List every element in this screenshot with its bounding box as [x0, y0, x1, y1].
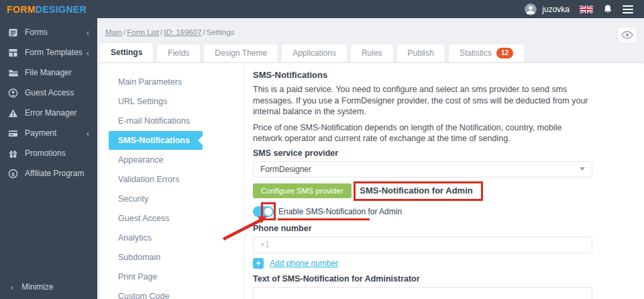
settings-nav-item-main-parameters[interactable]: Main Parameters	[109, 73, 203, 91]
sidebar-item-affiliate-program[interactable]: $Affiliate Program	[0, 163, 97, 183]
provider-selected-value: FormDesigner	[260, 165, 311, 174]
sidebar-menu: Forms‹Form Templates‹File ManagerGuest A…	[0, 18, 97, 275]
tab-design-theme[interactable]: Design Theme	[203, 44, 278, 62]
sidebar-item-label: File Manager	[25, 68, 72, 77]
intro-paragraph: This is a paid service. You need to conf…	[253, 84, 592, 118]
formdesigner-logo[interactable]: FORMDESIGNER	[0, 4, 97, 15]
forms-icon	[8, 28, 18, 38]
sidebar-item-label: Payment	[25, 128, 56, 138]
settings-nav-item-sms-notifications[interactable]: SMS-Notifications	[109, 131, 203, 150]
tab-rules[interactable]: Rules	[350, 44, 394, 62]
tab-statistics[interactable]: Statistics12	[448, 44, 525, 62]
chevron-left-icon: ‹	[87, 48, 89, 57]
settings-nav-item-subdomain[interactable]: Subdomain	[109, 248, 203, 267]
sidebar-item-label: Error Manager	[25, 108, 76, 118]
tab-label: Design Theme	[215, 48, 267, 58]
sidebar-item-label: Guest Access	[25, 88, 74, 97]
minimize-label: Minimize	[21, 282, 53, 292]
formdesigner-app: FORMDESIGNER juzovka Forms‹Form Template…	[0, 0, 644, 299]
configure-sms-provider-button[interactable]: Configure SMS provider	[253, 183, 352, 198]
settings-nav-item-security[interactable]: Security	[109, 189, 203, 208]
breadcrumb-item-id-169607[interactable]: ID: 169607	[164, 28, 201, 36]
chevron-left-icon: ‹	[87, 129, 89, 138]
breadcrumb-item-main[interactable]: Main	[105, 28, 122, 36]
add-phone-number-link[interactable]: Add phone number	[270, 259, 338, 268]
tab-badge: 12	[496, 48, 513, 58]
toggle-knob	[263, 206, 274, 217]
settings-content: SMS-Notifications This is a paid service…	[245, 63, 644, 299]
sidebar: Forms‹Form Templates‹File ManagerGuest A…	[0, 18, 97, 299]
sms-provider-select[interactable]: FormDesigner	[253, 161, 592, 177]
settings-nav-item-e-mail-notifications[interactable]: E-mail Notifications	[109, 112, 203, 130]
preview-button[interactable]	[617, 26, 637, 44]
uk-flag-icon[interactable]	[580, 5, 593, 13]
settings-nav-item-analytics[interactable]: Analytics	[109, 228, 203, 247]
tab-applications[interactable]: Applications	[281, 44, 347, 62]
chevron-left-icon: ‹	[87, 28, 89, 37]
breadcrumb-item-settings: Settings	[207, 28, 235, 36]
sidebar-item-label: Affiliate Program	[25, 169, 84, 178]
settings-nav: Main ParametersURL SettingsE-mail Notifi…	[99, 63, 245, 299]
error-manager-icon	[8, 108, 18, 118]
tab-settings[interactable]: Settings	[99, 42, 154, 62]
svg-text:$: $	[11, 171, 15, 177]
label-annotation-underline	[278, 218, 370, 220]
hamburger-icon[interactable]	[623, 5, 633, 13]
affiliate-icon: $	[8, 169, 18, 179]
settings-nav-item-validation-errors[interactable]: Validation Errors	[109, 170, 203, 189]
logo-part-2: DESIGNER	[36, 4, 87, 15]
tab-fields[interactable]: Fields	[156, 44, 201, 62]
section-title: SMS-Notifications	[253, 70, 592, 80]
provider-label: SMS service provider	[253, 149, 592, 158]
sidebar-item-payment[interactable]: Payment‹	[0, 123, 97, 143]
sidebar-item-promotions[interactable]: Promotions	[0, 143, 97, 163]
sidebar-item-label: Forms	[25, 28, 48, 37]
tab-label: Rules	[362, 48, 382, 58]
enable-admin-sms-row: Enable SMS-Notification for Admin	[253, 206, 592, 222]
tab-publish[interactable]: Publish	[396, 44, 445, 62]
sidebar-item-error-manager[interactable]: Error Manager	[0, 103, 97, 123]
sidebar-item-forms[interactable]: Forms‹	[0, 22, 97, 42]
chevron-down-icon	[580, 167, 585, 171]
breadcrumb-separator: /	[123, 28, 125, 36]
breadcrumb-item-form-list[interactable]: Form List	[127, 28, 159, 36]
plus-icon[interactable]: +	[253, 258, 264, 269]
top-bar-right: juzovka	[525, 3, 644, 15]
breadcrumb-separator: /	[160, 28, 162, 36]
username[interactable]: juzovka	[542, 5, 570, 14]
sidebar-item-label: Form Templates	[25, 48, 83, 57]
sidebar-item-label: Promotions	[25, 148, 66, 158]
sidebar-item-file-manager[interactable]: File Manager	[0, 62, 97, 83]
form-templates-icon	[8, 48, 18, 58]
tab-bar: SettingsFieldsDesign ThemeApplicationsRu…	[99, 42, 644, 62]
settings-nav-item-url-settings[interactable]: URL Settings	[109, 92, 203, 111]
bell-icon[interactable]	[603, 4, 612, 14]
tab-label: Statistics	[460, 48, 492, 58]
breadcrumb: Main/Form List/ID: 169607/Settings	[97, 18, 644, 36]
main-area: Main/Form List/ID: 169607/Settings Setti…	[97, 18, 644, 299]
chevron-left-icon: ‹	[11, 282, 13, 292]
eye-icon	[621, 31, 633, 39]
settings-nav-item-print-page[interactable]: Print Page	[109, 267, 203, 286]
enable-admin-sms-label: Enable SMS-Notification for Admin	[278, 206, 402, 216]
settings-nav-item-guest-access[interactable]: Guest Access	[109, 209, 203, 228]
file-manager-icon	[8, 68, 18, 78]
price-paragraph: Price of one SMS-Notification depends on…	[253, 122, 592, 144]
phone-number-input[interactable]	[253, 237, 592, 253]
sidebar-item-guest-access[interactable]: Guest Access	[0, 83, 97, 103]
promotions-icon	[8, 148, 18, 159]
settings-nav-item-appearance[interactable]: Appearance	[109, 151, 203, 169]
enable-admin-sms-toggle[interactable]	[253, 206, 273, 217]
settings-nav-item-custom-code[interactable]: Custom Code	[109, 287, 203, 299]
settings-card: Main ParametersURL SettingsE-mail Notifi…	[99, 63, 644, 299]
phone-number-label: Phone number	[253, 224, 592, 233]
guest-access-icon	[8, 88, 18, 98]
admin-section-title: SMS-Notification for Admin	[360, 185, 473, 196]
sidebar-minimize-button[interactable]: ‹ Minimize	[0, 275, 97, 299]
avatar[interactable]	[525, 3, 537, 15]
admin-section-annotation-box: SMS-Notification for Admin	[354, 181, 483, 201]
sidebar-item-form-templates[interactable]: Form Templates‹	[0, 42, 97, 62]
sms-text-textarea[interactable]	[253, 287, 592, 299]
add-phone-row: + Add phone number	[253, 258, 592, 269]
tab-label: Applications	[292, 48, 336, 58]
